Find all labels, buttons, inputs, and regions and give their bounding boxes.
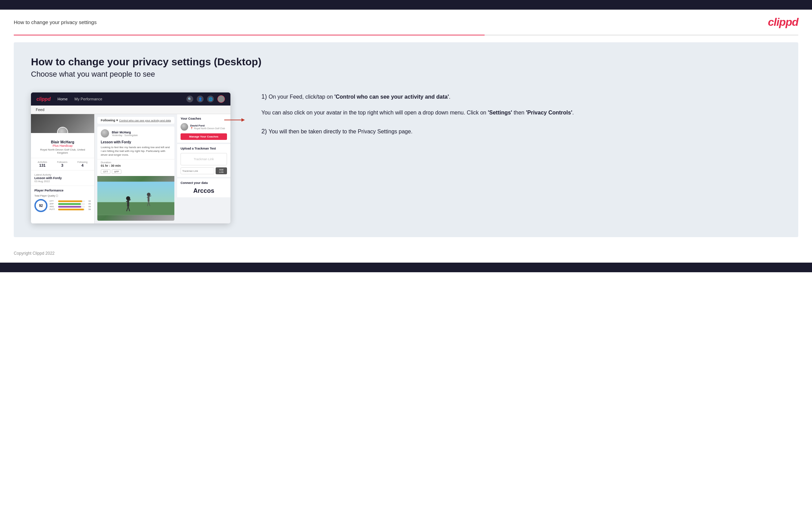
profile-name: Blair McHarg — [34, 140, 91, 144]
instruction-1: 1) On your Feed, click/tap on 'Control w… — [261, 92, 778, 117]
bottom-bar — [0, 263, 812, 272]
instruction-2-text: You will then be taken directly to the P… — [269, 129, 412, 134]
coach-club: 📍 Royal North Devon Golf Club — [190, 127, 225, 130]
main-content: How to change your privacy settings (Des… — [14, 42, 798, 237]
bar-app: APP 85 — [50, 203, 91, 205]
mock-feed-tab[interactable]: Feed — [31, 106, 230, 114]
coach-avatar — [181, 123, 188, 131]
manage-coaches-button[interactable]: Manage Your Coaches — [181, 133, 227, 140]
mock-nav-home[interactable]: Home — [57, 97, 67, 101]
bar-ott: OTT 90 — [50, 200, 91, 202]
mock-sidebar: Blair McHarg Plus Handicap Royal North D… — [31, 114, 95, 223]
coach-item: David Ford 📍 Royal North Devon Golf Club — [181, 123, 227, 131]
mock-coaches-panel: Your Coaches David Ford 📍 Royal North De… — [177, 114, 230, 144]
bar-arg: ARG 86 — [50, 206, 91, 208]
add-link-button[interactable]: Add Link — [216, 167, 227, 174]
post-tags: OTT APP — [97, 169, 174, 176]
tag-ott: OTT — [101, 169, 110, 174]
performance-bars: OTT 90 APP 85 ARG — [50, 200, 91, 211]
svg-rect-1 — [97, 202, 174, 215]
instruction-2: 2) You will then be taken directly to th… — [261, 127, 778, 136]
profile-club: Royal North Devon Golf Club, United King… — [34, 148, 91, 154]
person-icon[interactable]: 👤 — [197, 96, 204, 102]
mock-profile-info: Blair McHarg Plus Handicap Royal North D… — [31, 133, 94, 158]
bar-putt: PUTT 96 — [50, 208, 91, 210]
mock-nav-icons: 🔍 👤 🌐 — [186, 95, 225, 103]
post-username: Blair McHarg — [112, 131, 138, 134]
copyright-text: Copyright Clippd 2022 — [14, 251, 55, 256]
search-icon[interactable]: 🔍 — [186, 96, 193, 102]
page-subheading: Choose what you want people to see — [31, 70, 781, 79]
mock-player-performance: Player Performance Total Player Quality … — [31, 186, 94, 215]
post-image-svg — [97, 176, 174, 221]
mock-connect-panel: Connect your data Arccos — [177, 178, 230, 197]
svg-marker-13 — [241, 118, 245, 122]
coaches-panel-title: Your Coaches — [181, 117, 227, 120]
connect-panel-title: Connect your data — [181, 181, 227, 185]
trackman-link-box: Trackman Link — [181, 153, 227, 165]
mock-profile-header — [31, 114, 94, 133]
mock-app-body: Blair McHarg Plus Handicap Royal North D… — [31, 114, 230, 223]
tag-app: APP — [112, 169, 121, 174]
instructions-panel: 1) On your Feed, click/tap on 'Control w… — [258, 92, 781, 146]
mock-latest-activity: Latest Activity Lesson with Fordy 03 Aug… — [31, 170, 94, 186]
header-title: How to change your privacy settings — [14, 19, 97, 25]
instruction-2-number: 2) — [261, 128, 269, 135]
clippd-logo: clippd — [768, 16, 798, 29]
mock-app: clippd Home My Performance 🔍 👤 🌐 Feed — [31, 92, 230, 223]
quality-row: 92 OTT 90 APP 85 — [34, 199, 91, 212]
profile-handicap: Plus Handicap — [34, 144, 91, 147]
post-header: Blair McHarg Yesterday · Sunningdale — [97, 126, 174, 140]
mock-stats: Activities 131 Followers 3 Following 4 — [31, 158, 94, 170]
app-screenshot-container: clippd Home My Performance 🔍 👤 🌐 Feed — [31, 92, 781, 223]
page-heading: How to change your privacy settings (Des… — [31, 56, 781, 68]
post-description: Looking to feel like my hands are exitin… — [97, 145, 174, 159]
post-title: Lesson with Fordy — [97, 140, 174, 145]
svg-point-7 — [147, 192, 150, 196]
instruction-1-number: 1) — [261, 93, 269, 100]
arccos-brand: Arccos — [181, 187, 227, 195]
trackman-panel-title: Upload a Trackman Test — [181, 147, 227, 150]
control-privacy-link[interactable]: Control who can see your activity and da… — [119, 119, 171, 122]
trackman-placeholder: Trackman Link — [184, 157, 224, 161]
coach-name: David Ford — [190, 124, 225, 127]
post-user-avatar — [101, 129, 109, 137]
mock-navbar: clippd Home My Performance 🔍 👤 🌐 — [31, 92, 230, 106]
stat-activities: Activities 131 — [37, 161, 47, 167]
stat-following: Following 4 — [77, 161, 88, 167]
mock-trackman-panel: Upload a Trackman Test Trackman Link Add… — [177, 144, 230, 178]
quality-donut: 92 — [34, 199, 47, 212]
mock-following-bar: Following ▾ Control who can see your act… — [97, 117, 174, 124]
mock-nav-performance[interactable]: My Performance — [75, 97, 102, 101]
stat-followers: Followers 3 — [57, 161, 67, 167]
trackman-input-row: Add Link — [181, 167, 227, 174]
trackman-link-input[interactable] — [181, 167, 214, 174]
header: How to change your privacy settings clip… — [0, 10, 812, 35]
following-button[interactable]: Following ▾ — [101, 119, 118, 122]
instruction-1-text: On your Feed, click/tap on 'Control who … — [269, 94, 451, 100]
post-duration: Duration 01 hr : 30 min — [97, 159, 174, 169]
header-divider — [14, 35, 798, 35]
duration-value: 01 hr : 30 min — [101, 164, 171, 167]
mock-right-panel: Your Coaches David Ford 📍 Royal North De… — [177, 114, 230, 223]
post-meta: Yesterday · Sunningdale — [112, 134, 138, 136]
user-avatar-nav[interactable] — [217, 95, 225, 103]
footer: Copyright Clippd 2022 — [0, 244, 812, 263]
mock-main-feed: Following ▾ Control who can see your act… — [95, 114, 177, 223]
instruction-1-extra: You can also click on your avatar in the… — [261, 110, 574, 115]
mock-app-logo: clippd — [36, 96, 51, 102]
globe-icon[interactable]: 🌐 — [207, 96, 214, 102]
post-video-thumbnail — [97, 176, 174, 221]
mock-post: Blair McHarg Yesterday · Sunningdale Les… — [97, 126, 174, 221]
top-bar — [0, 0, 812, 10]
